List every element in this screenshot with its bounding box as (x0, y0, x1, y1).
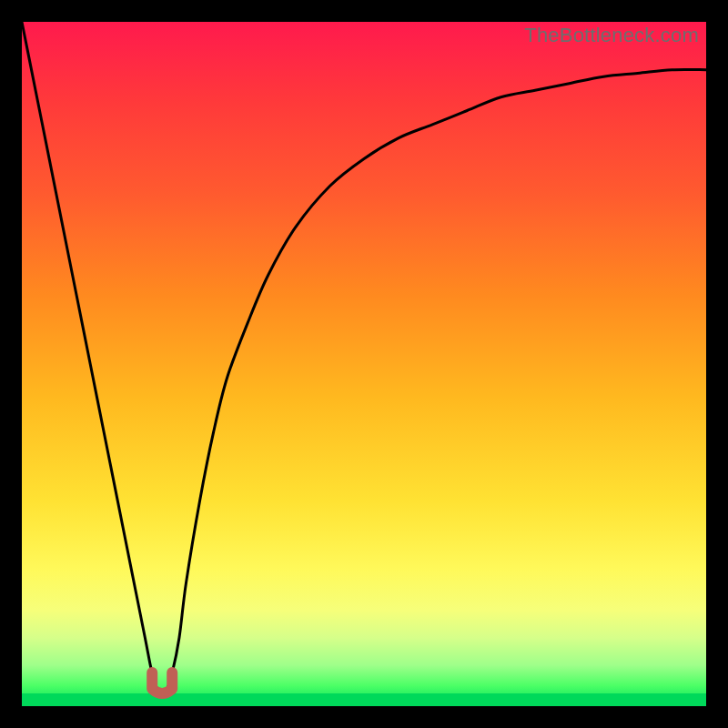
watermark-text: TheBottleneck.com (524, 24, 699, 47)
minimum-marker (152, 672, 172, 693)
bottleneck-curve (22, 22, 706, 695)
chart-frame: TheBottleneck.com (22, 22, 706, 706)
chart-curve-layer (22, 22, 706, 706)
